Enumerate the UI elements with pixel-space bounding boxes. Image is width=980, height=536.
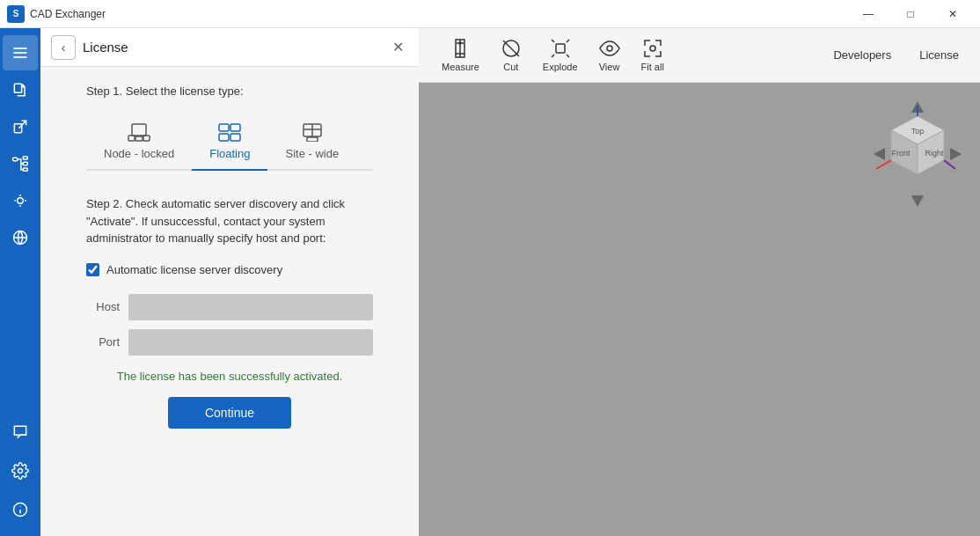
app-logo: S xyxy=(7,5,25,23)
svg-rect-6 xyxy=(23,157,27,159)
site-wide-icon xyxy=(300,122,325,142)
svg-rect-21 xyxy=(219,134,229,141)
nav-arrow-left xyxy=(874,148,885,160)
fit-all-label: Fit all xyxy=(641,62,664,72)
sidebar-item-tree[interactable] xyxy=(3,146,38,181)
viewport[interactable]: Top Front Right xyxy=(419,83,980,536)
svg-point-27 xyxy=(459,42,461,44)
maximize-button[interactable]: □ xyxy=(890,0,931,28)
license-button[interactable]: License xyxy=(912,45,966,65)
tab-floating[interactable]: Floating xyxy=(192,115,267,171)
minimize-button[interactable]: — xyxy=(848,0,889,28)
app-title: CAD Exchanger xyxy=(30,8,848,20)
navigation-cube[interactable]: Top Front Right xyxy=(869,97,966,211)
svg-point-9 xyxy=(18,198,24,204)
cut-icon xyxy=(501,38,522,59)
toolbar-cut[interactable]: Cut xyxy=(492,33,530,77)
svg-point-31 xyxy=(607,46,612,51)
cut-label: Cut xyxy=(503,62,518,72)
titlebar: S CAD Exchanger — □ ✕ xyxy=(0,0,980,28)
svg-point-32 xyxy=(650,46,655,51)
svg-rect-2 xyxy=(14,56,27,58)
toolbar-view[interactable]: View xyxy=(590,33,629,77)
toolbar-measure[interactable]: Measure xyxy=(433,33,488,77)
panel-title: License xyxy=(83,40,380,55)
main-layout: ‹ License ✕ Step 1. Select the license t… xyxy=(0,28,980,536)
svg-text:Right: Right xyxy=(925,149,944,158)
chat-icon xyxy=(11,423,29,441)
sidebar xyxy=(0,28,40,536)
view-icon xyxy=(599,38,620,59)
explode-icon xyxy=(550,38,571,59)
step1-title: Step 1. Select the license type: xyxy=(86,84,373,98)
panel-content: Step 1. Select the license type: Node - … xyxy=(40,67,419,536)
fit-all-icon xyxy=(642,38,663,59)
sidebar-item-export[interactable] xyxy=(3,109,38,144)
panel-back-button[interactable]: ‹ xyxy=(51,35,76,60)
license-panel: ‹ License ✕ Step 1. Select the license t… xyxy=(40,28,419,536)
gear-icon xyxy=(11,462,29,480)
sidebar-item-import[interactable] xyxy=(3,72,38,107)
sidebar-bottom xyxy=(3,415,38,536)
web-icon xyxy=(11,229,29,246)
svg-line-36 xyxy=(876,160,891,169)
auto-discovery-checkbox[interactable] xyxy=(86,263,99,276)
continue-button[interactable]: Continue xyxy=(168,397,291,429)
svg-rect-22 xyxy=(230,134,240,141)
sidebar-item-chat[interactable] xyxy=(3,415,38,450)
toolbar: Measure Cut Explode xyxy=(419,28,980,83)
svg-rect-7 xyxy=(23,162,27,165)
svg-point-11 xyxy=(18,469,23,474)
success-message: The license has been successfully activa… xyxy=(86,370,373,383)
toolbar-fit-all[interactable]: Fit all xyxy=(633,33,673,77)
auto-discovery-row: Automatic license server discovery xyxy=(86,263,373,276)
host-row: Host xyxy=(86,294,373,320)
svg-rect-19 xyxy=(219,124,229,131)
nav-arrow-right xyxy=(950,148,962,160)
svg-rect-3 xyxy=(14,84,21,92)
svg-rect-24 xyxy=(307,137,318,142)
info-icon xyxy=(11,501,29,518)
host-label: Host xyxy=(86,300,120,313)
port-label: Port xyxy=(86,335,120,349)
developers-button[interactable]: Developers xyxy=(826,45,898,65)
port-input[interactable] xyxy=(128,329,373,356)
step2-description: Step 2. Check automatic server discovery… xyxy=(86,195,373,247)
tree-icon xyxy=(11,155,29,173)
export-icon xyxy=(11,118,29,136)
license-type-tabs: Node - locked Floating xyxy=(86,115,373,171)
nav-arrow-bottom xyxy=(911,195,924,207)
sidebar-item-menu[interactable] xyxy=(3,35,38,70)
explode-label: Explode xyxy=(543,62,578,72)
nav-cube-svg: Top Front Right xyxy=(869,97,966,211)
svg-rect-18 xyxy=(143,136,150,141)
host-input[interactable] xyxy=(128,294,373,320)
svg-line-38 xyxy=(944,160,955,169)
auto-discovery-label[interactable]: Automatic license server discovery xyxy=(106,263,282,276)
sidebar-item-properties[interactable] xyxy=(3,183,38,218)
sidebar-item-web[interactable] xyxy=(3,220,38,255)
sidebar-item-info[interactable] xyxy=(3,492,38,527)
panel-header: ‹ License ✕ xyxy=(40,28,419,67)
toolbar-explode[interactable]: Explode xyxy=(534,33,587,77)
tab-node-locked[interactable]: Node - locked xyxy=(86,115,192,169)
measure-icon xyxy=(450,38,471,59)
import-icon xyxy=(11,81,29,99)
svg-text:Top: Top xyxy=(911,127,925,136)
node-locked-icon xyxy=(127,122,151,142)
svg-rect-4 xyxy=(14,124,21,133)
port-row: Port xyxy=(86,329,373,356)
toolbar-right: Developers License xyxy=(826,45,966,65)
svg-text:Front: Front xyxy=(891,149,911,158)
svg-rect-16 xyxy=(135,136,143,141)
close-button[interactable]: ✕ xyxy=(932,0,973,28)
svg-rect-20 xyxy=(230,124,240,131)
measure-label: Measure xyxy=(442,62,479,72)
tab-node-locked-label: Node - locked xyxy=(104,147,174,160)
tab-site-wide-label: Site - wide xyxy=(285,147,339,160)
panel-close-button[interactable]: ✕ xyxy=(387,37,408,58)
sidebar-item-settings[interactable] xyxy=(3,453,38,488)
tab-site-wide[interactable]: Site - wide xyxy=(267,115,356,169)
svg-rect-1 xyxy=(14,52,27,54)
tab-floating-label: Floating xyxy=(209,147,250,160)
